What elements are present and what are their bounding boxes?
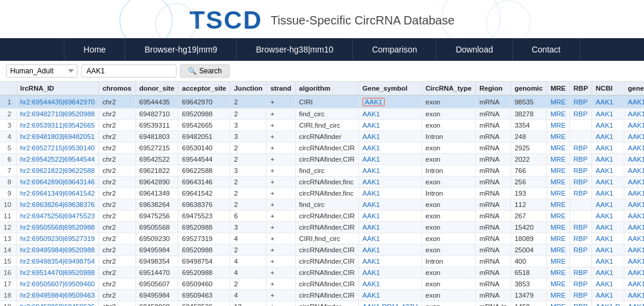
gene-cell[interactable]: AAK1,RP11-427H	[358, 301, 422, 307]
nav-browser-hg38[interactable]: Browser-hg38|mm10	[237, 38, 353, 61]
circrna-id-cell[interactable]: hr2:69475256|69475523	[16, 211, 98, 222]
ncbi-cell[interactable]: AAK1	[592, 154, 624, 165]
genecards-cell[interactable]: AAK1	[624, 177, 644, 188]
mre-cell[interactable]: MRE	[547, 120, 570, 131]
gene-cell[interactable]: AAK1	[358, 109, 422, 120]
rbp-cell[interactable]: RBP	[569, 279, 592, 290]
mre-cell[interactable]: MRE	[547, 211, 570, 222]
nav-comparison[interactable]: Comparison	[353, 38, 436, 61]
mre-cell[interactable]: MRE	[547, 188, 570, 199]
table-row[interactable]: 2 hr2:69482710|69520988 chr2 69482710 69…	[0, 109, 644, 120]
genecards-cell[interactable]: AAK1	[624, 233, 644, 245]
gene-cell[interactable]: AAK1	[358, 233, 422, 245]
table-row[interactable]: 19 hr2:69458068|69459526 chr2 69458068 6…	[0, 301, 644, 307]
ncbi-cell[interactable]: AAK1	[592, 199, 624, 211]
rbp-cell[interactable]: RBP	[569, 188, 592, 199]
table-row[interactable]: 17 hr2:69505607|69509460 chr2 69505607 6…	[0, 279, 644, 290]
ncbi-cell[interactable]: AAK1	[592, 109, 624, 120]
gene-cell[interactable]: AAK1	[358, 222, 422, 233]
mre-cell[interactable]: MRE	[547, 301, 570, 307]
gene-cell[interactable]: AAK1	[358, 267, 422, 279]
ncbi-cell[interactable]: AAK1	[592, 267, 624, 279]
genecards-cell[interactable]: AAK1	[624, 165, 644, 177]
table-row[interactable]: 11 hr2:69475256|69475523 chr2 69475256 6…	[0, 211, 644, 222]
genecards-cell[interactable]: AAK1	[624, 131, 644, 143]
circrna-id-cell[interactable]: hr2:69542522|69544544	[16, 154, 98, 165]
genecards-cell[interactable]: AAK1	[624, 143, 644, 154]
ncbi-cell[interactable]: AAK1	[592, 279, 624, 290]
nav-browser-hg19[interactable]: Browser-hg19|mm9	[125, 38, 237, 61]
search-button[interactable]: 🔍 Search	[180, 64, 230, 78]
ncbi-cell[interactable]: AAK1	[592, 222, 624, 233]
circrna-id-cell[interactable]: hr2:69458068|69459526	[16, 301, 98, 307]
ncbi-cell[interactable]: AAK1	[592, 177, 624, 188]
rbp-cell[interactable]: RBP	[569, 245, 592, 256]
circrna-id-cell[interactable]: hr2:69514470|69520988	[16, 267, 98, 279]
rbp-cell[interactable]: RBP	[569, 154, 592, 165]
mre-cell[interactable]: MRE	[547, 256, 570, 267]
table-row[interactable]: 14 hr2:69495984|69520988 chr2 69495984 6…	[0, 245, 644, 256]
gene-cell[interactable]: AAK1	[358, 245, 422, 256]
gene-cell[interactable]: AAK1	[358, 290, 422, 301]
gene-cell[interactable]: AAK1	[358, 279, 422, 290]
table-row[interactable]: 15 hr2:69498354|69498754 chr2 69498354 6…	[0, 256, 644, 267]
ncbi-cell[interactable]: AAK1	[592, 131, 624, 143]
mre-cell[interactable]: MRE	[547, 131, 570, 143]
ncbi-cell[interactable]: AAK1	[592, 188, 624, 199]
gene-cell[interactable]: AAK1	[358, 95, 422, 109]
gene-cell[interactable]: AAK1	[358, 131, 422, 143]
rbp-cell[interactable]: RBP	[569, 290, 592, 301]
genecards-cell[interactable]: AAK1	[624, 109, 644, 120]
circrna-id-cell[interactable]: hr2:69641349|69641542	[16, 188, 98, 199]
gene-cell[interactable]: AAK1	[358, 177, 422, 188]
mre-cell[interactable]: MRE	[547, 199, 570, 211]
ncbi-cell[interactable]: AAK1	[592, 165, 624, 177]
rbp-cell[interactable]: RBP	[569, 233, 592, 245]
gene-cell[interactable]: AAK1	[358, 143, 422, 154]
mre-cell[interactable]: MRE	[547, 154, 570, 165]
circrna-id-cell[interactable]: hr2:69509230|69527319	[16, 233, 98, 245]
circrna-id-cell[interactable]: hr2:69495984|69520988	[16, 245, 98, 256]
organism-dropdown[interactable]: Human_Adult Human_Fetal Mouse_Adult Mous…	[6, 64, 78, 78]
circrna-id-cell[interactable]: hr2:69539311|69542665	[16, 120, 98, 131]
mre-cell[interactable]: MRE	[547, 143, 570, 154]
circrna-id-cell[interactable]: hr2:69527215|69530140	[16, 143, 98, 154]
genecards-cell[interactable]: AAK1	[624, 188, 644, 199]
circrna-id-cell[interactable]: hr2:69621822|69622588	[16, 165, 98, 177]
circrna-id-cell[interactable]: hr2:69482710|69520988	[16, 109, 98, 120]
rbp-cell[interactable]: RBP	[569, 301, 592, 307]
genecards-cell[interactable]: AAK1	[624, 222, 644, 233]
ncbi-cell[interactable]: AAK1	[592, 256, 624, 267]
genecards-cell[interactable]: AAK1	[624, 245, 644, 256]
mre-cell[interactable]: MRE	[547, 177, 570, 188]
genecards-cell[interactable]: AAK1	[624, 267, 644, 279]
genecards-cell[interactable]: AAK1	[624, 154, 644, 165]
mre-cell[interactable]: MRE	[547, 245, 570, 256]
table-row[interactable]: 4 hr2:69481803|69482051 chr2 69481803 69…	[0, 131, 644, 143]
rbp-cell[interactable]: RBP	[569, 95, 592, 109]
mre-cell[interactable]: MRE	[547, 95, 570, 109]
rbp-cell[interactable]: RBP	[569, 222, 592, 233]
circrna-id-cell[interactable]: hr2:69505607|69509460	[16, 279, 98, 290]
ncbi-cell[interactable]: AAK1	[592, 245, 624, 256]
ncbi-cell[interactable]: AAK1	[592, 120, 624, 131]
genecards-cell[interactable]: AAK1	[624, 290, 644, 301]
gene-cell[interactable]: AAK1	[358, 188, 422, 199]
nav-download[interactable]: Download	[436, 38, 512, 61]
circrna-id-cell[interactable]: hr2:69498354|69498754	[16, 256, 98, 267]
mre-cell[interactable]: MRE	[547, 267, 570, 279]
circrna-id-cell[interactable]: hr2:69505568|69520988	[16, 222, 98, 233]
rbp-cell[interactable]: RBP	[569, 109, 592, 120]
table-row[interactable]: 12 hr2:69505568|69520988 chr2 69505568 6…	[0, 222, 644, 233]
mre-cell[interactable]: MRE	[547, 109, 570, 120]
genecards-cell[interactable]: AAK1	[624, 199, 644, 211]
table-row[interactable]: 16 hr2:69514470|69520988 chr2 69514470 6…	[0, 267, 644, 279]
rbp-cell[interactable]: RBP	[569, 267, 592, 279]
circrna-id-cell[interactable]: hr2:69544435|69642970	[16, 95, 98, 109]
genecards-cell[interactable]: AAK1	[624, 279, 644, 290]
table-row[interactable]: 1 hr2:69544435|69642970 chr2 69544435 69…	[0, 95, 644, 109]
genecards-cell[interactable]: AAK1	[624, 120, 644, 131]
gene-cell[interactable]: AAK1	[358, 256, 422, 267]
ncbi-cell[interactable]: AAK1	[592, 95, 624, 109]
nav-contact[interactable]: Contact	[513, 38, 580, 61]
